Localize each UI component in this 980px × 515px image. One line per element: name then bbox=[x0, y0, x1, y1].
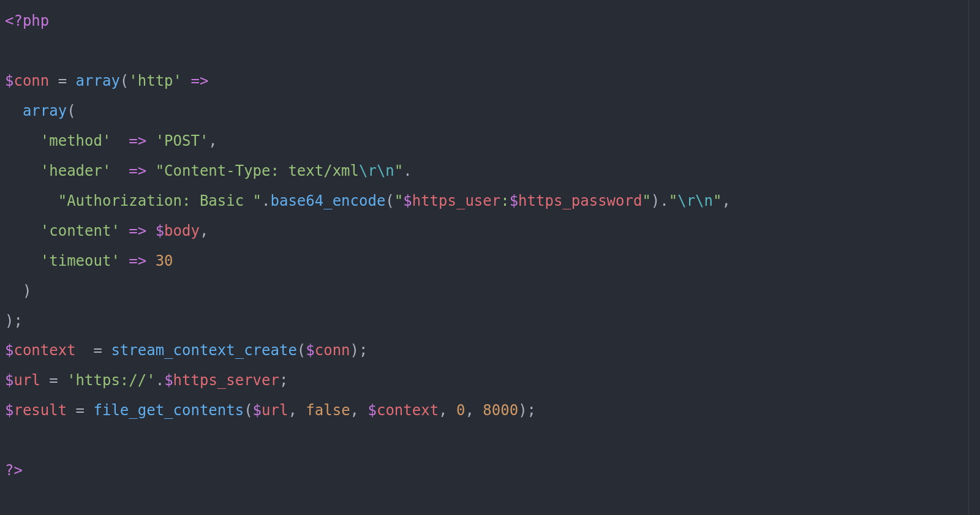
code-line bbox=[5, 42, 13, 59]
paren: ); bbox=[350, 342, 368, 359]
variable: context bbox=[13, 342, 75, 359]
dollar-sign: $ bbox=[5, 72, 13, 89]
variable: body bbox=[164, 222, 200, 239]
code-editor[interactable]: <?php $conn = array('http' => array( 'me… bbox=[0, 0, 980, 492]
code-line: $conn = array('http' => bbox=[5, 72, 208, 89]
space bbox=[120, 222, 129, 239]
comma: , bbox=[208, 132, 217, 149]
quote: " bbox=[253, 192, 262, 209]
semicolon: ; bbox=[279, 372, 288, 389]
code-line: 'content' => $body, bbox=[5, 222, 208, 239]
comma: , bbox=[439, 402, 456, 419]
indent bbox=[5, 102, 23, 119]
paren: ) bbox=[651, 192, 660, 209]
paren: ( bbox=[244, 402, 252, 419]
code-line: 'header' => "Content-Type: text/xml\r\n"… bbox=[5, 162, 412, 179]
constant: false bbox=[306, 402, 350, 419]
dollar-sign: $ bbox=[5, 342, 13, 359]
variable: url bbox=[262, 402, 288, 419]
string: Authorization: Basic bbox=[67, 192, 252, 209]
number: 0 bbox=[456, 402, 465, 419]
function-call: base64_encode bbox=[271, 192, 386, 209]
space bbox=[76, 342, 94, 359]
string: 'timeout' bbox=[40, 252, 120, 269]
concat: . bbox=[156, 372, 164, 389]
comma: , bbox=[288, 402, 306, 419]
quote: " bbox=[642, 192, 650, 209]
paren: ( bbox=[297, 342, 306, 359]
indent bbox=[5, 282, 23, 299]
variable: result bbox=[13, 402, 67, 419]
code-line bbox=[5, 432, 13, 449]
concat: . bbox=[403, 162, 412, 179]
variable: conn bbox=[13, 72, 49, 89]
code-line: ); bbox=[5, 312, 23, 329]
space bbox=[146, 252, 155, 269]
string: Content-Type: text/xml bbox=[164, 162, 359, 179]
string: 'header' bbox=[40, 162, 111, 179]
concat: . bbox=[262, 192, 270, 209]
arrow: => bbox=[129, 252, 146, 269]
indent bbox=[5, 132, 40, 149]
string: 'https://' bbox=[67, 372, 156, 389]
number: 8000 bbox=[483, 402, 518, 419]
variable: https_user bbox=[412, 192, 501, 209]
code-line: $url = 'https://'.$https_server; bbox=[5, 372, 288, 389]
space bbox=[111, 132, 129, 149]
string: : bbox=[500, 192, 509, 209]
variable: context bbox=[377, 402, 439, 419]
operator: = bbox=[40, 372, 67, 389]
paren: ); bbox=[518, 402, 536, 419]
code-line: $result = file_get_contents($url, false,… bbox=[5, 402, 536, 419]
comma: , bbox=[350, 402, 368, 419]
variable: https_password bbox=[518, 192, 642, 209]
space bbox=[120, 252, 129, 269]
code-line: ) bbox=[5, 282, 31, 299]
function-call: file_get_contents bbox=[94, 402, 244, 419]
dollar-sign: $ bbox=[368, 402, 376, 419]
code-line: ?> bbox=[5, 462, 23, 479]
quote: " bbox=[58, 192, 67, 209]
quote: " bbox=[394, 192, 403, 209]
dollar-sign: $ bbox=[156, 222, 164, 239]
code-line: <?php bbox=[5, 12, 49, 29]
function-call: array bbox=[76, 72, 120, 89]
dollar-sign: $ bbox=[306, 342, 314, 359]
indent bbox=[5, 252, 40, 269]
escape: \r\n bbox=[677, 192, 713, 209]
variable: url bbox=[13, 372, 40, 389]
operator: = bbox=[49, 72, 75, 89]
paren: ( bbox=[67, 102, 75, 119]
quote: " bbox=[713, 192, 722, 209]
paren: ); bbox=[5, 312, 23, 329]
arrow: => bbox=[129, 162, 146, 179]
quote: " bbox=[156, 162, 164, 179]
dollar-sign: $ bbox=[403, 192, 412, 209]
function-call: array bbox=[23, 102, 67, 119]
space bbox=[146, 162, 155, 179]
code-line: 'method' => 'POST', bbox=[5, 132, 217, 149]
variable: conn bbox=[315, 342, 350, 359]
dollar-sign: $ bbox=[5, 402, 13, 419]
indent bbox=[5, 162, 40, 179]
dollar-sign: $ bbox=[5, 372, 13, 389]
dollar-sign: $ bbox=[164, 372, 173, 389]
string: 'method' bbox=[40, 132, 111, 149]
code-line: "Authorization: Basic ".base64_encode("$… bbox=[5, 192, 731, 209]
comma: , bbox=[465, 402, 483, 419]
comma: , bbox=[722, 192, 730, 209]
paren: ( bbox=[120, 72, 129, 89]
space bbox=[146, 132, 155, 149]
quote: " bbox=[394, 162, 403, 179]
indent bbox=[5, 222, 40, 239]
concat: . bbox=[660, 192, 668, 209]
arrow: => bbox=[182, 72, 208, 89]
paren: ( bbox=[385, 192, 394, 209]
space bbox=[146, 222, 155, 239]
arrow: => bbox=[129, 222, 146, 239]
string: 'POST' bbox=[156, 132, 209, 149]
operator: = bbox=[94, 342, 111, 359]
code-line: $context = stream_context_create($conn); bbox=[5, 342, 368, 359]
function-call: stream_context_create bbox=[111, 342, 296, 359]
escape: \r\n bbox=[359, 162, 394, 179]
